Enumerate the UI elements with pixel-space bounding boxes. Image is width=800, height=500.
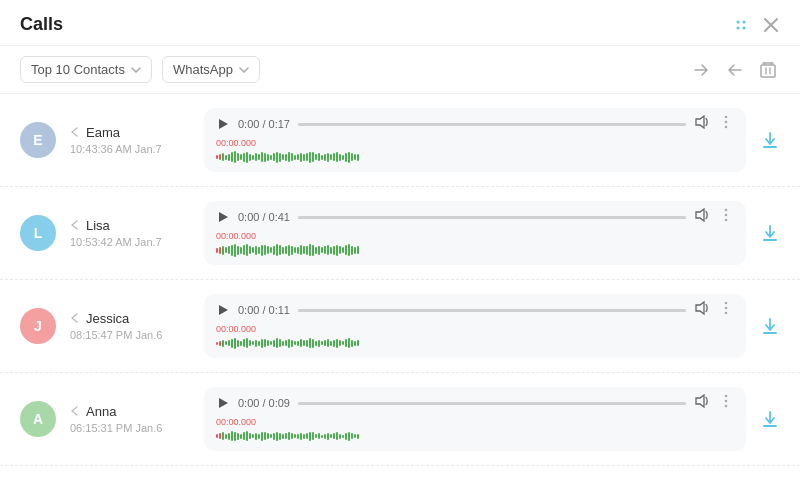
waveform-bar — [345, 433, 347, 440]
waveform-bar — [348, 244, 350, 256]
reply-button[interactable] — [722, 57, 748, 83]
waveform-bar — [306, 433, 308, 439]
waveform-bar — [219, 341, 221, 346]
waveform-bar — [333, 340, 335, 347]
call-item: AAnna06:15:31 PM Jan.60:00 / 0:0900:00.0… — [0, 373, 800, 466]
waveform-bar — [339, 154, 341, 161]
svg-point-14 — [725, 116, 728, 119]
delete-button[interactable] — [756, 57, 780, 83]
forward-button[interactable] — [688, 57, 714, 83]
chevron-down-icon-2 — [239, 67, 249, 73]
more-options-button[interactable] — [718, 207, 734, 227]
waveform-bar — [318, 153, 320, 161]
waveform-bar — [231, 245, 233, 256]
close-button[interactable] — [762, 16, 780, 34]
volume-button[interactable] — [694, 115, 710, 133]
waveform-bar — [339, 246, 341, 254]
waveform-bar — [330, 247, 332, 254]
waveform-bar — [327, 153, 329, 162]
download-button[interactable] — [760, 223, 780, 243]
waveform-bar — [285, 154, 287, 161]
waveform-bar — [228, 246, 230, 254]
waveform-area: 00:00.000 — [216, 324, 734, 352]
waveform-bar — [300, 339, 302, 347]
waveform-bar — [255, 340, 257, 347]
waveform-bar — [300, 153, 302, 162]
download-button[interactable] — [760, 130, 780, 150]
waveform-bar — [345, 339, 347, 347]
call-reply-icon — [70, 311, 81, 326]
call-info: Eama10:43:36 AM Jan.7 — [70, 125, 190, 155]
waveform-bar — [294, 247, 296, 253]
time-display: 0:00 / 0:11 — [238, 304, 290, 316]
waveform-bar — [327, 245, 329, 255]
call-name: Lisa — [70, 218, 190, 233]
progress-bar[interactable] — [298, 123, 686, 126]
progress-bar[interactable] — [298, 402, 686, 405]
waveform-bar — [312, 339, 314, 348]
waveform-bar — [351, 153, 353, 161]
volume-button[interactable] — [694, 394, 710, 412]
call-timestamp: 10:43:36 AM Jan.7 — [70, 143, 190, 155]
waveform-bar — [342, 247, 344, 253]
download-button[interactable] — [760, 409, 780, 429]
more-options-button[interactable] — [718, 300, 734, 320]
waveform-bar — [321, 435, 323, 438]
waveform-bar — [339, 340, 341, 346]
waveform-bar — [336, 339, 338, 348]
player-controls: 0:00 / 0:09 — [216, 393, 734, 413]
svg-point-2 — [737, 26, 740, 29]
download-button[interactable] — [760, 316, 780, 336]
volume-button[interactable] — [694, 208, 710, 226]
trash-icon — [760, 61, 776, 79]
play-button[interactable] — [216, 303, 230, 317]
progress-bar[interactable] — [298, 309, 686, 312]
waveform-bar — [279, 339, 281, 347]
page-title: Calls — [20, 14, 63, 35]
waveform-bar — [228, 433, 230, 440]
more-options-button[interactable] — [718, 393, 734, 413]
grid-icon-button[interactable] — [732, 16, 750, 34]
waveform-bar — [294, 434, 296, 438]
waveform-bar — [264, 245, 266, 255]
forward-icon — [692, 61, 710, 79]
waveform-bar — [348, 338, 350, 348]
waveform-bar — [357, 246, 359, 254]
svg-marker-25 — [696, 302, 704, 314]
progress-bar[interactable] — [298, 216, 686, 219]
grid-icon — [734, 18, 748, 32]
waveform-bar — [327, 339, 329, 347]
waveform-bar — [351, 433, 353, 439]
app-filter-label: WhatsApp — [173, 62, 233, 77]
waveform-bar — [357, 434, 359, 439]
waveform-bar — [273, 246, 275, 255]
waveform-bar — [297, 434, 299, 439]
waveform-bar — [222, 153, 224, 161]
waveform-bar — [252, 434, 254, 438]
waveform-bar — [258, 154, 260, 160]
call-timestamp: 08:15:47 PM Jan.6 — [70, 329, 190, 341]
contact-name: Eama — [86, 125, 120, 140]
waveform-bar — [237, 246, 239, 255]
waveform-bar — [276, 244, 278, 256]
volume-button[interactable] — [694, 301, 710, 319]
waveform-bar — [276, 432, 278, 441]
waveform-bar — [282, 341, 284, 346]
waveform-bar — [270, 341, 272, 345]
contacts-filter-dropdown[interactable]: Top 10 Contacts — [20, 56, 152, 83]
contact-name: Lisa — [86, 218, 110, 233]
waveform-bar — [237, 153, 239, 161]
waveform-bar — [285, 433, 287, 439]
more-options-button[interactable] — [718, 114, 734, 134]
waveform-bar — [291, 340, 293, 347]
svg-point-1 — [743, 20, 746, 23]
play-button[interactable] — [216, 117, 230, 131]
play-button[interactable] — [216, 210, 230, 224]
app-filter-dropdown[interactable]: WhatsApp — [162, 56, 260, 83]
waveform-bar — [324, 246, 326, 254]
waveform-bar — [252, 155, 254, 160]
waveform-bar — [237, 433, 239, 440]
waveform-bar — [282, 154, 284, 160]
play-button[interactable] — [216, 396, 230, 410]
avatar: J — [20, 308, 56, 344]
